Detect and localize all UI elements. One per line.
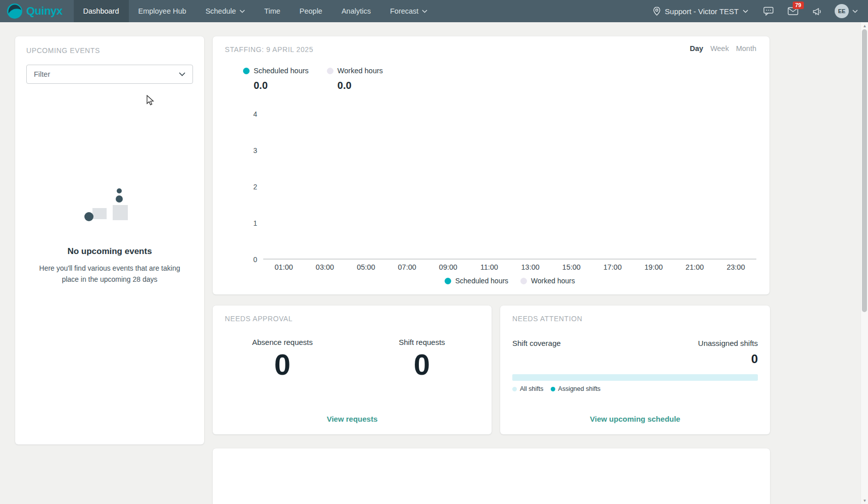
view-option-month[interactable]: Month — [736, 44, 756, 53]
user-menu[interactable]: EE — [830, 4, 868, 18]
scheduled-hours-dot-icon — [445, 278, 451, 284]
view-option-day[interactable]: Day — [690, 44, 703, 53]
megaphone-icon — [812, 7, 823, 16]
staffing-card: STAFFING: 9 APRIL 2025 Day Week Month Sc… — [213, 36, 769, 294]
illustration-dot — [84, 212, 93, 221]
chart-legend: Scheduled hours Worked hours — [263, 277, 756, 285]
announcements-button[interactable] — [805, 0, 830, 22]
shift-coverage-bar — [512, 374, 758, 381]
location-label: Support - Victor TEST — [665, 7, 739, 16]
shift-requests-metric: Shift requests 0 — [352, 338, 492, 380]
x-tick: 07:00 — [387, 263, 427, 271]
x-tick: 17:00 — [592, 263, 633, 271]
needs-attention-title: NEEDS ATTENTION — [512, 315, 758, 323]
nav-item-people[interactable]: People — [290, 0, 332, 22]
view-option-week[interactable]: Week — [710, 44, 729, 53]
absence-requests-label: Absence requests — [213, 338, 352, 346]
needs-approval-title: NEEDS APPROVAL — [225, 315, 479, 323]
top-navbar: Quinyx Dashboard Employee Hub Schedule T… — [0, 0, 868, 22]
needs-approval-card: NEEDS APPROVAL Absence requests 0 Shift … — [213, 306, 492, 434]
main-nav: Dashboard Employee Hub Schedule Time Peo… — [74, 0, 438, 22]
absence-requests-value: 0 — [213, 349, 352, 380]
filter-select-value: Filter — [34, 70, 50, 78]
assigned-shifts-label: Assigned shifts — [558, 385, 601, 392]
illustration-dot — [117, 188, 122, 193]
unassigned-shifts-label: Unassigned shifts — [698, 339, 758, 347]
all-shifts-dot-icon — [512, 387, 517, 391]
x-tick: 11:00 — [469, 263, 510, 271]
worked-hours-dot-icon — [520, 278, 527, 284]
shift-requests-label: Shift requests — [352, 338, 492, 346]
events-filter-select[interactable]: Filter — [26, 65, 193, 84]
absence-requests-metric: Absence requests 0 — [213, 338, 352, 380]
scroll-up-arrow[interactable]: ▲ — [861, 22, 868, 29]
partial-bottom-card — [213, 448, 770, 504]
page-scrollbar[interactable]: ▲ ▼ — [860, 22, 868, 504]
chevron-down-icon — [422, 10, 427, 13]
quinyx-logo[interactable]: Quinyx — [0, 0, 74, 22]
nav-item-dashboard[interactable]: Dashboard — [74, 0, 129, 22]
x-tick: 21:00 — [674, 263, 715, 271]
x-tick: 23:00 — [715, 263, 756, 271]
staffing-summary-legend: Scheduled hours 0.0 Worked hours 0.0 — [243, 67, 383, 91]
illustration-block — [92, 208, 107, 219]
chat-icon — [763, 7, 774, 16]
empty-state-title: No upcoming events — [26, 246, 193, 257]
avatar: EE — [835, 4, 849, 18]
illustration-dot — [116, 195, 123, 203]
navbar-right: Support - Victor TEST — [645, 0, 868, 22]
scheduled-hours-value: 0.0 — [254, 80, 309, 91]
upcoming-events-card: UPCOMING EVENTS Filter No upcoming event… — [15, 36, 204, 444]
nav-item-schedule[interactable]: Schedule — [196, 0, 255, 22]
inbox-badge: 79 — [793, 2, 804, 9]
chevron-down-icon — [239, 10, 245, 13]
view-requests-link[interactable]: View requests — [213, 415, 492, 423]
chevron-down-icon — [179, 72, 185, 76]
legend-label-worked: Worked hours — [531, 277, 575, 285]
shift-coverage-label: Shift coverage — [512, 339, 561, 347]
nav-item-time[interactable]: Time — [255, 0, 290, 22]
worked-hours-dot-icon — [327, 68, 333, 74]
location-selector[interactable]: Support - Victor TEST — [645, 7, 756, 16]
inbox-button[interactable]: 79 — [781, 0, 805, 22]
nav-item-forecast[interactable]: Forecast — [380, 0, 437, 22]
staffing-chart: 4 3 2 1 0 01:00 03:00 05:00 07:00 09:00 … — [225, 111, 759, 298]
chart-x-axis: 01:00 03:00 05:00 07:00 09:00 11:00 13:0… — [263, 263, 756, 271]
needs-attention-card: NEEDS ATTENTION Shift coverage Unassigne… — [500, 306, 770, 434]
nav-item-employee-hub[interactable]: Employee Hub — [129, 0, 196, 22]
chart-y-axis: 4 3 2 1 0 — [242, 114, 257, 260]
nav-label: Employee Hub — [138, 7, 186, 15]
empty-state-illustration — [84, 191, 135, 228]
legend-label-scheduled: Scheduled hours — [455, 277, 508, 285]
chat-button[interactable] — [756, 0, 781, 22]
x-tick: 01:00 — [263, 263, 304, 271]
nav-item-analytics[interactable]: Analytics — [332, 0, 380, 22]
illustration-block — [113, 205, 128, 220]
worked-hours-value: 0.0 — [337, 80, 383, 91]
shift-requests-value: 0 — [352, 349, 492, 380]
staffing-title: STAFFING: 9 APRIL 2025 — [225, 45, 757, 54]
brand-name: Quinyx — [26, 5, 63, 18]
y-tick: 4 — [253, 110, 257, 118]
assigned-shifts-dot-icon — [551, 387, 555, 391]
x-tick: 15:00 — [551, 263, 592, 271]
view-upcoming-schedule-link[interactable]: View upcoming schedule — [500, 415, 770, 423]
y-tick: 3 — [253, 146, 257, 155]
nav-label: People — [300, 7, 322, 15]
nav-label: Analytics — [342, 7, 371, 15]
x-tick: 03:00 — [304, 263, 345, 271]
scroll-down-arrow[interactable]: ▼ — [861, 497, 868, 504]
scrollbar-thumb[interactable] — [862, 29, 867, 312]
x-tick: 09:00 — [427, 263, 468, 271]
scheduled-hours-summary: Scheduled hours 0.0 — [243, 67, 309, 91]
coverage-legend: All shifts Assigned shifts — [512, 385, 601, 392]
location-pin-icon — [653, 7, 661, 16]
x-tick: 13:00 — [510, 263, 551, 271]
attention-header-row: Shift coverage Unassigned shifts — [512, 339, 758, 347]
worked-hours-summary: Worked hours 0.0 — [327, 67, 383, 91]
scheduled-hours-dot-icon — [243, 68, 250, 74]
nav-label: Schedule — [206, 7, 236, 15]
staffing-view-toggle: Day Week Month — [690, 44, 756, 53]
quinyx-logo-icon — [7, 4, 22, 19]
chart-plot-area: 01:00 03:00 05:00 07:00 09:00 11:00 13:0… — [263, 114, 756, 260]
